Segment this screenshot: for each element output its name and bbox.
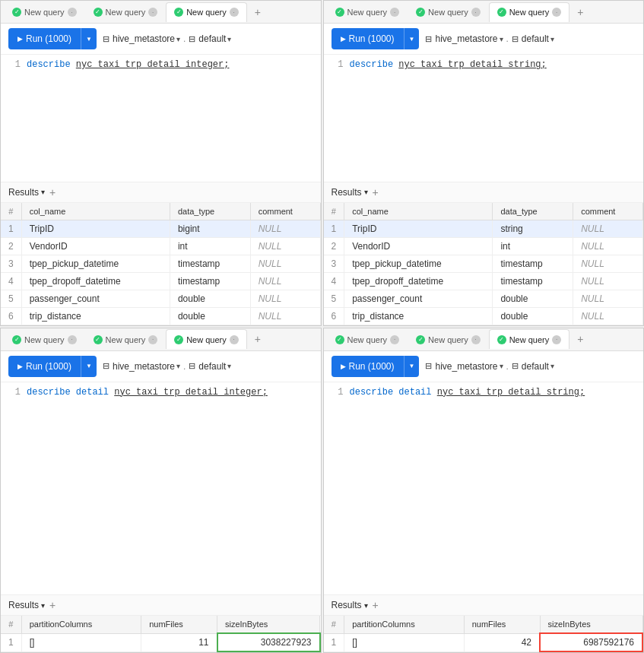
tab-1-3[interactable]: New query · xyxy=(166,2,247,22)
tab-close-btn[interactable]: · xyxy=(230,8,239,17)
results-label[interactable]: Results xyxy=(332,600,368,610)
cell-num: 1 xyxy=(324,220,344,237)
run-button[interactable]: Run (1000) xyxy=(8,28,81,49)
add-tab-button[interactable]: + xyxy=(573,5,588,20)
table-row[interactable]: 2 VendorID int NULL xyxy=(1,237,320,255)
keyword-describe: describe xyxy=(27,59,71,70)
table-row[interactable]: 4 tpep_dropoff_datetime timestamp NULL xyxy=(324,272,643,290)
tab-close-btn[interactable]: · xyxy=(390,8,399,17)
code-editor-1[interactable]: 1 describe nyc_taxi_trp_detail_integer; xyxy=(1,55,321,182)
table-identifier: nyc_taxi_trp_detail_string; xyxy=(398,59,546,70)
schema-dropdown[interactable]: default xyxy=(522,361,554,372)
tab-close-btn[interactable]: · xyxy=(148,8,157,17)
keyword-detail: detail xyxy=(76,387,109,398)
col-header-num: # xyxy=(1,616,21,633)
catalog-dropdown[interactable]: hive_metastore xyxy=(435,33,503,44)
cell-comment: NULL xyxy=(250,307,320,325)
tab-4-2[interactable]: New query · xyxy=(408,329,489,349)
results-label[interactable]: Results xyxy=(8,600,45,610)
catalog-dropdown[interactable]: hive_metastore xyxy=(435,361,503,372)
col-header-num: # xyxy=(324,616,344,633)
col-header-num: # xyxy=(1,203,21,220)
catalog-info: ⊟ hive_metastore . ⊟ default xyxy=(425,361,554,372)
tab-label: New query xyxy=(106,8,146,17)
run-button[interactable]: Run (1000) xyxy=(332,356,404,377)
code-line-1: 1 describe nyc_taxi_trp_detail_integer; xyxy=(8,59,229,177)
tab-2-3[interactable]: New query · xyxy=(489,2,570,22)
code-editor-3[interactable]: 1 describe detail nyc_taxi_trp_detail_in… xyxy=(1,382,321,595)
results-label[interactable]: Results xyxy=(8,187,45,198)
tab-1-1[interactable]: New query · xyxy=(4,2,85,22)
table-row[interactable]: 1 [] 11 3038227923 xyxy=(1,633,320,651)
table-row[interactable]: 4 tpep_dropoff_datetime timestamp NULL xyxy=(1,272,320,290)
table-identifier: nyc_taxi_trp_detail_integer; xyxy=(76,59,230,70)
tab-2-2[interactable]: New query · xyxy=(408,2,489,22)
add-tab-button[interactable]: + xyxy=(573,331,588,347)
results-add-button[interactable]: + xyxy=(373,599,379,611)
line-number: 1 xyxy=(332,387,344,591)
cell-comment: NULL xyxy=(573,237,643,255)
table-row[interactable]: 1 [] 42 6987592176 xyxy=(324,633,643,651)
tab-bar-3: New query · New query · New query · + xyxy=(1,328,321,351)
tab-close-btn[interactable]: · xyxy=(552,335,561,344)
cell-colname: tpep_pickup_datetime xyxy=(344,255,493,272)
catalog-info: ⊟ hive_metastore . ⊟ default xyxy=(103,33,231,44)
tab-close-btn[interactable]: · xyxy=(390,335,399,344)
col-header-datatype: data_type xyxy=(493,203,573,220)
table-row[interactable]: 5 passenger_count double NULL xyxy=(1,290,320,307)
cell-colname: TripID xyxy=(344,220,493,237)
tab-close-btn[interactable]: · xyxy=(471,8,481,17)
tab-label: New query xyxy=(347,8,388,17)
tab-label: New query xyxy=(347,335,388,344)
code-editor-2[interactable]: 1 describe nyc_taxi_trp_detail_string; xyxy=(324,55,644,182)
table-row[interactable]: 3 tpep_pickup_datetime timestamp NULL xyxy=(324,255,643,272)
table-header-row: # partitionColumns numFiles sizeInBytes xyxy=(1,616,320,633)
tab-4-1[interactable]: New query · xyxy=(327,329,408,349)
run-dropdown-button[interactable] xyxy=(81,28,97,49)
cell-comment: NULL xyxy=(250,237,320,255)
tab-3-1[interactable]: New query · xyxy=(4,329,85,349)
run-dropdown-button[interactable] xyxy=(404,28,420,49)
tab-close-btn[interactable]: · xyxy=(552,8,561,17)
table-row[interactable]: 3 tpep_pickup_datetime timestamp NULL xyxy=(1,255,320,272)
schema-dropdown[interactable]: default xyxy=(198,33,231,44)
run-dropdown-button[interactable] xyxy=(81,356,97,377)
cell-num: 6 xyxy=(1,307,21,325)
results-add-button[interactable]: + xyxy=(49,599,56,611)
table-row[interactable]: 6 trip_distance double NULL xyxy=(324,307,643,325)
table-row[interactable]: 6 trip_distance double NULL xyxy=(1,307,320,325)
run-button[interactable]: Run (1000) xyxy=(332,28,404,49)
cell-num: 5 xyxy=(324,290,344,307)
cell-comment: NULL xyxy=(250,272,320,290)
tab-3-3[interactable]: New query · xyxy=(166,329,247,349)
tab-close-btn[interactable]: · xyxy=(68,8,77,17)
tab-close-btn[interactable]: · xyxy=(148,335,157,344)
results-add-button[interactable]: + xyxy=(49,186,56,198)
cell-comment: NULL xyxy=(573,307,643,325)
tab-3-2[interactable]: New query · xyxy=(85,329,167,349)
table-row[interactable]: 1 TripID bigint NULL xyxy=(1,220,320,237)
cell-colname: tpep_pickup_datetime xyxy=(21,255,170,272)
tab-2-1[interactable]: New query · xyxy=(327,2,408,22)
tab-1-2[interactable]: New query · xyxy=(85,2,167,22)
schema-dropdown[interactable]: default xyxy=(522,33,554,44)
tab-close-btn[interactable]: · xyxy=(471,335,481,344)
run-button[interactable]: Run (1000) xyxy=(8,356,81,377)
add-tab-button[interactable]: + xyxy=(250,5,265,20)
tab-close-btn[interactable]: · xyxy=(68,335,77,344)
tab-4-3[interactable]: New query · xyxy=(489,329,570,349)
tab-close-btn[interactable]: · xyxy=(230,335,239,344)
results-add-button[interactable]: + xyxy=(373,186,379,198)
table-row[interactable]: 2 VendorID int NULL xyxy=(324,237,643,255)
catalog-dropdown[interactable]: hive_metastore xyxy=(113,361,180,372)
schema-dropdown[interactable]: default xyxy=(198,361,231,372)
table-row[interactable]: 1 TripID string NULL xyxy=(324,220,643,237)
add-tab-button[interactable]: + xyxy=(250,331,265,347)
run-dropdown-button[interactable] xyxy=(404,356,420,377)
results-bar-4: Results + xyxy=(324,594,644,616)
catalog-dropdown[interactable]: hive_metastore xyxy=(113,33,180,44)
table-row[interactable]: 5 passenger_count double NULL xyxy=(324,290,643,307)
cell-colname: passenger_count xyxy=(344,290,493,307)
results-label[interactable]: Results xyxy=(332,187,368,198)
code-editor-4[interactable]: 1 describe detail nyc_taxi_trp_detail_st… xyxy=(324,382,644,595)
